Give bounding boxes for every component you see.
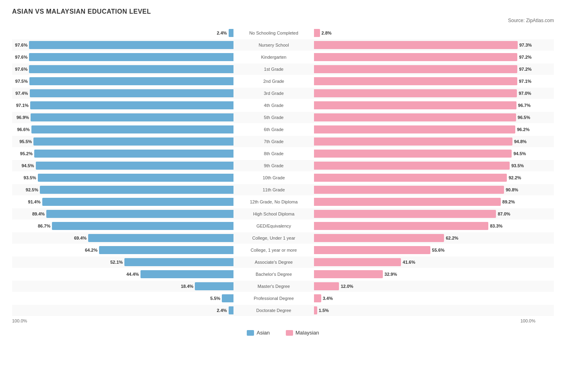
bar-label: College, 1 year or more xyxy=(233,248,314,252)
bar-row: 91.4%12th Grade, No Diploma89.2% xyxy=(12,196,554,207)
left-section: 2.4% xyxy=(12,305,233,316)
bar-left xyxy=(222,294,233,302)
val-left: 64.2% xyxy=(85,248,97,252)
bar-label: Associate's Degree xyxy=(233,260,314,265)
val-right: 96.5% xyxy=(518,115,530,120)
val-left: 97.6% xyxy=(15,43,27,47)
bar-label: 2nd Grade xyxy=(233,79,314,84)
bar-right xyxy=(314,89,517,97)
bar-label: 3rd Grade xyxy=(233,91,314,96)
bar-label: GED/Equivalency xyxy=(233,224,314,228)
right-section: 97.1% xyxy=(314,76,535,87)
bar-label: Professional Degree xyxy=(233,296,314,301)
val-left: 96.6% xyxy=(17,127,29,132)
right-section: 3.4% xyxy=(314,293,535,304)
left-section: 93.5% xyxy=(12,172,233,183)
right-section: 32.9% xyxy=(314,269,535,280)
left-section: 2.4% xyxy=(12,27,233,39)
val-left: 18.4% xyxy=(181,284,193,289)
bar-left xyxy=(42,198,233,206)
val-left: 89.4% xyxy=(32,211,45,216)
bar-row: 2.4%No Schooling Completed2.8% xyxy=(12,27,554,39)
bar-row: 97.6%Kindergarten97.2% xyxy=(12,51,554,63)
left-section: 86.7% xyxy=(12,220,233,232)
bar-right xyxy=(314,282,339,290)
right-section: 55.6% xyxy=(314,244,535,256)
bar-right xyxy=(314,246,430,254)
val-left: 97.6% xyxy=(15,67,27,72)
axis-left-label: 100.0% xyxy=(12,318,27,323)
val-right: 97.2% xyxy=(519,55,531,60)
val-right: 32.9% xyxy=(384,272,397,277)
right-section: 87.0% xyxy=(314,208,535,220)
val-right: 87.0% xyxy=(498,211,510,216)
bar-row: 2.4%Doctorate Degree1.5% xyxy=(12,305,554,316)
left-section: 97.6% xyxy=(12,51,233,63)
bar-right xyxy=(314,65,517,73)
bar-row: 97.4%3rd Grade97.0% xyxy=(12,88,554,99)
val-right: 94.5% xyxy=(513,151,526,156)
left-section: 95.5% xyxy=(12,136,233,147)
val-right: 96.7% xyxy=(518,103,531,108)
val-right: 93.5% xyxy=(511,163,524,168)
right-section: 97.2% xyxy=(314,51,535,63)
bar-left xyxy=(140,270,233,278)
bar-left xyxy=(99,246,233,254)
left-section: 96.6% xyxy=(12,124,233,135)
val-right: 2.8% xyxy=(322,31,332,35)
bar-label: Kindergarten xyxy=(233,55,314,60)
val-left: 97.5% xyxy=(15,79,28,84)
right-section: 41.6% xyxy=(314,257,535,268)
legend-asian-label: Asian xyxy=(256,330,270,336)
val-left: 44.4% xyxy=(126,272,139,277)
bar-row: 92.5%11th Grade90.8% xyxy=(12,184,554,195)
bar-left xyxy=(40,186,233,194)
val-right: 12.0% xyxy=(341,284,353,289)
left-section: 97.6% xyxy=(12,64,233,75)
bar-label: 12th Grade, No Diploma xyxy=(233,199,314,204)
bar-right xyxy=(314,162,510,170)
bar-row: 95.2%8th Grade94.5% xyxy=(12,148,554,159)
bar-row: 5.5%Professional Degree3.4% xyxy=(12,293,554,304)
legend-asian-box xyxy=(247,330,254,336)
val-left: 97.1% xyxy=(16,103,29,108)
right-section: 62.2% xyxy=(314,232,535,244)
bar-label: No Schooling Completed xyxy=(233,31,314,35)
right-section: 89.2% xyxy=(314,196,535,207)
bar-left xyxy=(229,29,233,37)
val-right: 55.6% xyxy=(432,248,444,252)
bar-row: 64.2%College, 1 year or more55.6% xyxy=(12,244,554,256)
val-right: 89.2% xyxy=(502,199,515,204)
bar-right xyxy=(314,125,515,133)
right-section: 1.5% xyxy=(314,305,535,316)
bar-right xyxy=(314,222,488,230)
legend: Asian Malaysian xyxy=(12,330,554,336)
left-section: 44.4% xyxy=(12,269,233,280)
bar-left xyxy=(30,89,233,97)
bar-right xyxy=(314,101,516,109)
right-section: 97.3% xyxy=(314,39,535,51)
bar-row: 44.4%Bachelor's Degree32.9% xyxy=(12,269,554,280)
legend-asian: Asian xyxy=(247,330,270,336)
bar-label: College, Under 1 year xyxy=(233,236,314,240)
val-right: 97.0% xyxy=(518,91,531,96)
val-left: 93.5% xyxy=(24,175,36,180)
val-left: 52.1% xyxy=(110,260,123,265)
val-left: 69.4% xyxy=(74,236,87,240)
right-section: 97.2% xyxy=(314,64,535,75)
val-right: 62.2% xyxy=(446,236,458,240)
bar-left xyxy=(31,113,233,121)
axis-right-label: 100.0% xyxy=(521,318,535,323)
bar-label: 6th Grade xyxy=(233,127,314,132)
bar-left xyxy=(36,162,233,170)
bar-left xyxy=(38,174,233,182)
bar-left xyxy=(88,234,233,242)
bar-label: High School Diploma xyxy=(233,211,314,216)
left-section: 64.2% xyxy=(12,244,233,256)
bar-right xyxy=(314,77,517,85)
bar-right xyxy=(314,29,320,37)
bar-right xyxy=(314,53,517,61)
bar-right xyxy=(314,138,512,146)
val-left: 97.6% xyxy=(15,55,27,60)
left-section: 5.5% xyxy=(12,293,233,304)
